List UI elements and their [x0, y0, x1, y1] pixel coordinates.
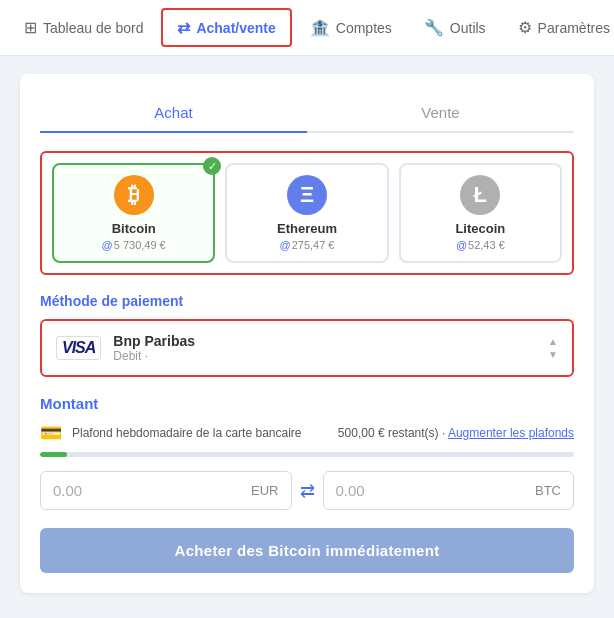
bank-name: Bnp Paribas	[113, 333, 195, 349]
limit-text: Plafond hebdomadaire de la carte bancair…	[72, 426, 328, 440]
bitcoin-name: Bitcoin	[62, 221, 205, 236]
nav-bar: ⊞ Tableau de bord ⇄ Achat/vente 🏦 Compte…	[0, 0, 614, 56]
selected-check: ✓	[203, 157, 221, 175]
ethereum-price: @275,47 €	[235, 239, 378, 251]
augmenter-link[interactable]: Augmenter les plafonds	[448, 426, 574, 440]
litecoin-name: Litecoin	[409, 221, 552, 236]
parametres-icon: ⚙	[518, 18, 532, 37]
crypto-litecoin[interactable]: Ł Litecoin @52,43 €	[399, 163, 562, 263]
tableau-icon: ⊞	[24, 18, 37, 37]
amount-inputs: 0.00 EUR ⇄ 0.00 BTC	[40, 471, 574, 510]
buy-sell-card: Achat Vente ✓ ₿ Bitcoin @5 730,49 €	[20, 74, 594, 593]
ethereum-name: Ethereum	[235, 221, 378, 236]
amount-title: Montant	[40, 395, 574, 412]
nav-parametres[interactable]: ⚙ Paramètres	[504, 10, 614, 45]
eur-field[interactable]: 0.00 EUR	[40, 471, 292, 510]
payment-section-label: Méthode de paiement	[40, 293, 574, 309]
eur-currency: EUR	[251, 483, 278, 498]
progress-bar	[40, 452, 574, 457]
tab-vente[interactable]: Vente	[307, 94, 574, 131]
card-icon: 💳	[40, 422, 62, 444]
payment-left: VISA Bnp Paribas Debit ·	[56, 333, 195, 363]
nav-comptes[interactable]: 🏦 Comptes	[296, 10, 406, 45]
bank-sub: Debit ·	[113, 349, 195, 363]
limit-amount: 500,00 € restant(s) · Augmenter les plaf…	[338, 426, 574, 440]
litecoin-icon: Ł	[460, 175, 500, 215]
limit-row: 💳 Plafond hebdomadaire de la carte banca…	[40, 422, 574, 444]
litecoin-price: @52,43 €	[409, 239, 552, 251]
nav-outils[interactable]: 🔧 Outils	[410, 10, 500, 45]
crypto-row: ✓ ₿ Bitcoin @5 730,49 € Ξ Ethereum @275,…	[52, 163, 562, 263]
nav-outils-label: Outils	[450, 20, 486, 36]
crypto-bitcoin[interactable]: ✓ ₿ Bitcoin @5 730,49 €	[52, 163, 215, 263]
crypto-selection-wrapper: ✓ ₿ Bitcoin @5 730,49 € Ξ Ethereum @275,…	[40, 151, 574, 275]
outils-icon: 🔧	[424, 18, 444, 37]
ethereum-icon: Ξ	[287, 175, 327, 215]
payment-selector[interactable]: VISA Bnp Paribas Debit · ▲ ▼	[42, 323, 572, 373]
nav-tableau[interactable]: ⊞ Tableau de bord	[10, 10, 157, 45]
crypto-ethereum[interactable]: Ξ Ethereum @275,47 €	[225, 163, 388, 263]
visa-logo: VISA	[56, 336, 101, 360]
btc-field[interactable]: 0.00 BTC	[323, 471, 575, 510]
tabs-container: Achat Vente	[40, 94, 574, 133]
progress-fill	[40, 452, 67, 457]
payment-wrapper: VISA Bnp Paribas Debit · ▲ ▼	[40, 319, 574, 377]
amount-section: Montant 💳 Plafond hebdomadaire de la car…	[40, 395, 574, 510]
chevron-updown-icon: ▲ ▼	[548, 336, 558, 360]
bitcoin-icon: ₿	[114, 175, 154, 215]
tab-achat[interactable]: Achat	[40, 94, 307, 133]
nav-achat-vente[interactable]: ⇄ Achat/vente	[161, 8, 291, 47]
bitcoin-price: @5 730,49 €	[62, 239, 205, 251]
comptes-icon: 🏦	[310, 18, 330, 37]
btc-value: 0.00	[336, 482, 365, 499]
btc-currency: BTC	[535, 483, 561, 498]
nav-comptes-label: Comptes	[336, 20, 392, 36]
nav-achat-label: Achat/vente	[196, 20, 275, 36]
eur-value: 0.00	[53, 482, 82, 499]
nav-tableau-label: Tableau de bord	[43, 20, 143, 36]
main-content: Achat Vente ✓ ₿ Bitcoin @5 730,49 €	[0, 56, 614, 611]
swap-icon: ⇄	[300, 480, 315, 502]
bank-info: Bnp Paribas Debit ·	[113, 333, 195, 363]
achat-icon: ⇄	[177, 18, 190, 37]
nav-parametres-label: Paramètres	[538, 20, 610, 36]
buy-button[interactable]: Acheter des Bitcoin immédiatement	[40, 528, 574, 573]
